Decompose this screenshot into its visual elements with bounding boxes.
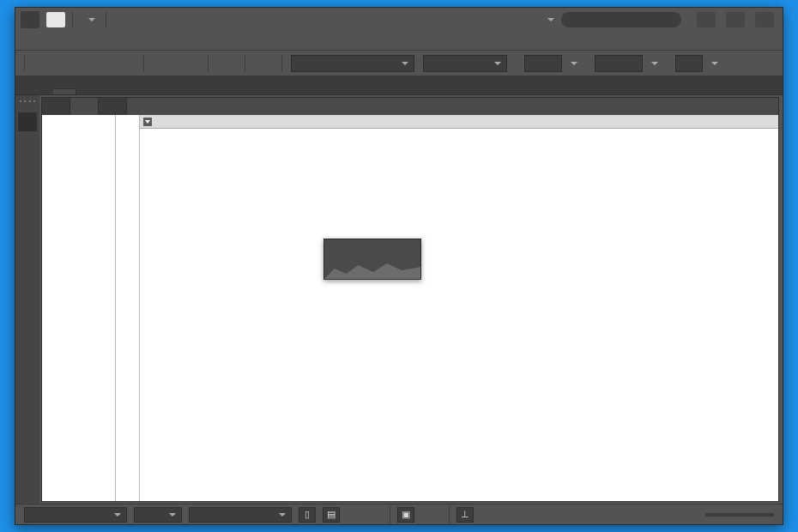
chevron-down-icon [279,513,286,517]
window-controls [697,12,774,27]
close-button[interactable] [755,12,774,27]
chevron-down-icon [494,62,501,65]
status-size-select[interactable] [134,507,182,523]
bridge-icon[interactable] [46,12,65,27]
divider [390,506,390,523]
kerning-field[interactable] [675,55,703,72]
chevron-down-icon [114,513,121,517]
app-icon [21,11,39,28]
status-bar: ▯ ▤ ▣ ⊥ [15,504,783,524]
help-search[interactable] [561,12,681,27]
hand-tool[interactable] [18,209,37,227]
font-family-select[interactable] [291,55,414,72]
editor-panel [41,97,779,502]
font-style-select[interactable] [423,55,507,72]
status-spacing-select[interactable] [189,507,292,523]
zoom-tool[interactable] [18,233,37,251]
chevron-down-icon[interactable] [651,62,658,65]
maximize-button[interactable] [726,12,745,27]
leading-field[interactable] [595,55,643,72]
line-number-column [116,115,140,501]
tab-story[interactable] [70,98,99,115]
tooltip-popup [323,239,421,280]
lines-icon[interactable] [364,505,383,524]
story-text-column[interactable] [140,115,778,501]
chevron-down-icon[interactable] [571,62,577,65]
divider [245,55,245,72]
wand-tool[interactable] [18,136,37,155]
view-tabs [42,98,778,115]
document-tab-strip [15,76,783,95]
arrange-icon[interactable] [139,10,158,29]
save-icon[interactable] [88,54,107,73]
editor-body [42,115,778,501]
chevron-down-icon [88,18,95,21]
document-tab[interactable] [53,88,76,94]
divider [143,55,144,72]
status-no-info [705,513,774,517]
pilcrow-icon[interactable] [217,54,236,73]
story-header[interactable] [140,115,778,129]
font-size-field[interactable] [524,55,562,72]
chevron-down-icon[interactable] [711,62,718,65]
control-bar [15,51,783,76]
tab-layout[interactable] [99,98,127,115]
screen-mode-icon[interactable] [113,10,132,29]
work-area [15,95,783,504]
menu-bar [15,32,783,51]
divider [208,55,209,72]
info-toggle-icon[interactable]: ▣ [397,507,414,523]
divider [281,55,282,72]
tab-galley[interactable] [42,98,70,115]
divider [72,12,73,27]
paragraph-style-column [42,115,116,501]
drag-handle[interactable] [20,100,35,104]
overset-icon[interactable]: ⊥ [456,507,474,523]
divider [24,55,25,72]
chevron-down-icon [402,62,408,65]
zoom-level[interactable] [80,18,99,21]
spellcheck-icon[interactable] [180,54,199,73]
note-tool[interactable] [18,160,37,179]
new-icon[interactable] [33,54,52,73]
status-font-select[interactable] [24,507,127,523]
lines-icon[interactable] [254,54,273,73]
svg-marker-0 [324,263,420,279]
text-tool[interactable] [18,112,37,131]
grid-icon[interactable] [165,10,184,29]
chevron-down-icon [169,513,176,517]
view-mode-b-icon[interactable]: ▤ [323,507,340,523]
find-icon[interactable] [153,54,172,73]
title-bar [15,8,783,32]
view-mode-a-icon[interactable]: ▯ [299,507,316,523]
print-icon[interactable] [116,54,135,73]
tool-rail [15,95,39,504]
divider [106,12,106,27]
workspace-switcher[interactable] [542,18,554,21]
chevron-down-icon [547,18,554,21]
open-icon[interactable] [61,54,80,73]
story-dropdown-icon[interactable] [143,118,152,126]
app-window: ▯ ▤ ▣ ⊥ [15,7,783,525]
minimize-button[interactable] [697,12,716,27]
divider [449,506,450,523]
eyedropper-tool[interactable] [18,184,37,203]
